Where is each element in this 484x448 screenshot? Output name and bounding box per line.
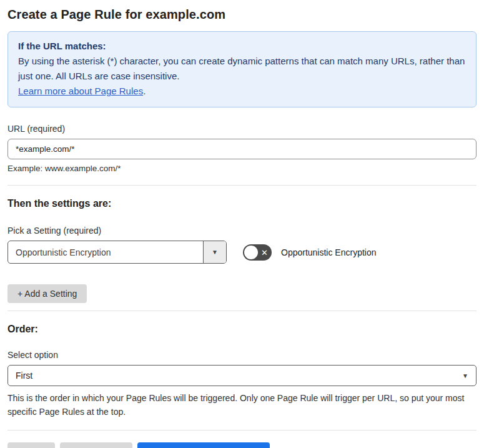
divider — [7, 430, 477, 431]
info-box-link-line: Learn more about Page Rules. — [18, 84, 466, 99]
setting-row: Opportunistic Encryption ▼ ✕ Opportunist… — [7, 241, 477, 264]
chevron-down-icon: ▼ — [462, 372, 468, 379]
settings-section-heading: Then the settings are: — [7, 198, 477, 209]
pick-setting-label: Pick a Setting (required) — [7, 226, 477, 236]
order-section-heading: Order: — [7, 324, 477, 335]
setting-dropdown-arrow-button[interactable]: ▼ — [203, 241, 226, 263]
page-rule-form: Create a Page Rule for example.com If th… — [0, 0, 484, 448]
learn-more-link[interactable]: Learn more about Page Rules — [18, 86, 143, 96]
page-title: Create a Page Rule for example.com — [7, 0, 477, 22]
link-suffix: . — [143, 86, 146, 96]
order-select-label: Select option — [7, 350, 477, 360]
add-setting-button[interactable]: + Add a Setting — [7, 284, 87, 303]
opportunistic-encryption-toggle[interactable]: ✕ — [243, 244, 272, 261]
chevron-down-icon: ▼ — [212, 249, 218, 256]
divider — [7, 185, 477, 186]
divider — [7, 311, 477, 311]
setting-dropdown[interactable]: Opportunistic Encryption ▼ — [7, 241, 227, 264]
setting-dropdown-value: Opportunistic Encryption — [8, 241, 203, 263]
order-select-value: First — [16, 371, 32, 381]
save-as-draft-button[interactable]: Save as Draft — [60, 442, 133, 448]
toggle-off-x-icon: ✕ — [261, 248, 268, 256]
footer-actions: Cancel Save as Draft Save and Deploy Pag… — [7, 442, 477, 448]
url-field-label: URL (required) — [7, 124, 477, 134]
order-help-text: This is the order in which your Page Rul… — [7, 391, 477, 419]
toggle-knob — [244, 246, 258, 259]
cancel-button[interactable]: Cancel — [7, 442, 55, 448]
order-select[interactable]: First ▼ — [7, 365, 477, 386]
url-matches-info-box: If the URL matches: By using the asteris… — [7, 31, 477, 107]
url-input[interactable] — [7, 139, 477, 159]
toggle-label: Opportunistic Encryption — [281, 247, 377, 257]
save-and-deploy-button[interactable]: Save and Deploy Page Rule — [137, 442, 270, 448]
url-example-text: Example: www.example.com/* — [7, 164, 477, 173]
info-box-heading: If the URL matches: — [18, 39, 466, 54]
info-box-body: By using the asterisk (*) character, you… — [18, 54, 466, 84]
